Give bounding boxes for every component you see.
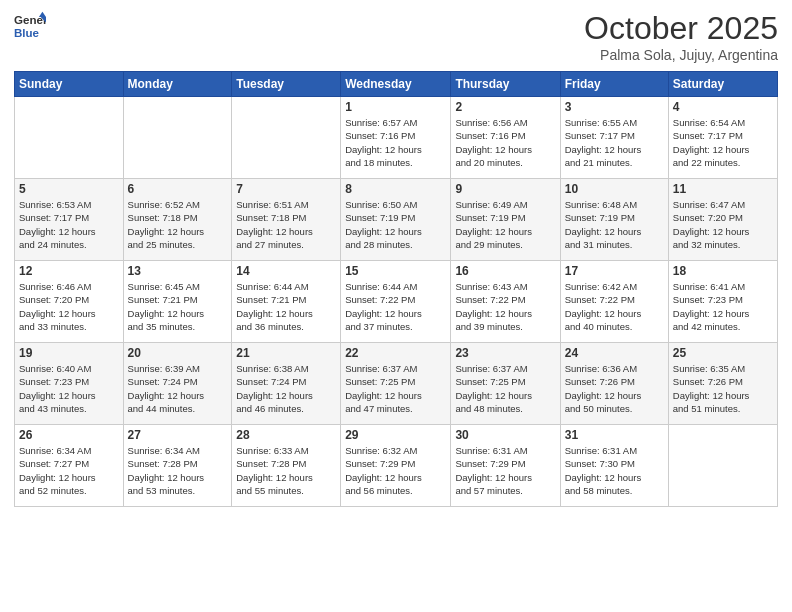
calendar-week-row: 19Sunrise: 6:40 AM Sunset: 7:23 PM Dayli… [15, 343, 778, 425]
day-info: Sunrise: 6:51 AM Sunset: 7:18 PM Dayligh… [236, 198, 336, 251]
day-number: 3 [565, 100, 664, 114]
header: General Blue October 2025 Palma Sola, Ju… [14, 10, 778, 63]
calendar-day-13: 13Sunrise: 6:45 AM Sunset: 7:21 PM Dayli… [123, 261, 232, 343]
day-number: 28 [236, 428, 336, 442]
calendar-week-row: 1Sunrise: 6:57 AM Sunset: 7:16 PM Daylig… [15, 97, 778, 179]
day-number: 20 [128, 346, 228, 360]
day-number: 21 [236, 346, 336, 360]
calendar-day-6: 6Sunrise: 6:52 AM Sunset: 7:18 PM Daylig… [123, 179, 232, 261]
day-info: Sunrise: 6:54 AM Sunset: 7:17 PM Dayligh… [673, 116, 773, 169]
calendar-day-2: 2Sunrise: 6:56 AM Sunset: 7:16 PM Daylig… [451, 97, 560, 179]
weekday-header-row: SundayMondayTuesdayWednesdayThursdayFrid… [15, 72, 778, 97]
calendar-day-29: 29Sunrise: 6:32 AM Sunset: 7:29 PM Dayli… [341, 425, 451, 507]
day-number: 29 [345, 428, 446, 442]
day-number: 11 [673, 182, 773, 196]
day-info: Sunrise: 6:37 AM Sunset: 7:25 PM Dayligh… [455, 362, 555, 415]
title-block: October 2025 Palma Sola, Jujuy, Argentin… [584, 10, 778, 63]
calendar-day-1: 1Sunrise: 6:57 AM Sunset: 7:16 PM Daylig… [341, 97, 451, 179]
calendar-day-14: 14Sunrise: 6:44 AM Sunset: 7:21 PM Dayli… [232, 261, 341, 343]
calendar-day-20: 20Sunrise: 6:39 AM Sunset: 7:24 PM Dayli… [123, 343, 232, 425]
day-number: 5 [19, 182, 119, 196]
calendar-table: SundayMondayTuesdayWednesdayThursdayFrid… [14, 71, 778, 507]
day-info: Sunrise: 6:31 AM Sunset: 7:30 PM Dayligh… [565, 444, 664, 497]
day-number: 19 [19, 346, 119, 360]
calendar-day-4: 4Sunrise: 6:54 AM Sunset: 7:17 PM Daylig… [668, 97, 777, 179]
day-info: Sunrise: 6:44 AM Sunset: 7:22 PM Dayligh… [345, 280, 446, 333]
weekday-header-monday: Monday [123, 72, 232, 97]
day-info: Sunrise: 6:46 AM Sunset: 7:20 PM Dayligh… [19, 280, 119, 333]
weekday-header-wednesday: Wednesday [341, 72, 451, 97]
calendar-day-5: 5Sunrise: 6:53 AM Sunset: 7:17 PM Daylig… [15, 179, 124, 261]
day-number: 22 [345, 346, 446, 360]
weekday-header-saturday: Saturday [668, 72, 777, 97]
day-number: 8 [345, 182, 446, 196]
day-number: 23 [455, 346, 555, 360]
weekday-header-thursday: Thursday [451, 72, 560, 97]
location-subtitle: Palma Sola, Jujuy, Argentina [584, 47, 778, 63]
calendar-day-23: 23Sunrise: 6:37 AM Sunset: 7:25 PM Dayli… [451, 343, 560, 425]
day-info: Sunrise: 6:32 AM Sunset: 7:29 PM Dayligh… [345, 444, 446, 497]
day-info: Sunrise: 6:50 AM Sunset: 7:19 PM Dayligh… [345, 198, 446, 251]
calendar-week-row: 26Sunrise: 6:34 AM Sunset: 7:27 PM Dayli… [15, 425, 778, 507]
calendar-empty-cell [232, 97, 341, 179]
calendar-day-16: 16Sunrise: 6:43 AM Sunset: 7:22 PM Dayli… [451, 261, 560, 343]
calendar-day-11: 11Sunrise: 6:47 AM Sunset: 7:20 PM Dayli… [668, 179, 777, 261]
calendar-day-17: 17Sunrise: 6:42 AM Sunset: 7:22 PM Dayli… [560, 261, 668, 343]
day-info: Sunrise: 6:36 AM Sunset: 7:26 PM Dayligh… [565, 362, 664, 415]
calendar-day-21: 21Sunrise: 6:38 AM Sunset: 7:24 PM Dayli… [232, 343, 341, 425]
day-number: 26 [19, 428, 119, 442]
day-number: 17 [565, 264, 664, 278]
day-number: 14 [236, 264, 336, 278]
day-number: 24 [565, 346, 664, 360]
day-number: 27 [128, 428, 228, 442]
calendar-day-12: 12Sunrise: 6:46 AM Sunset: 7:20 PM Dayli… [15, 261, 124, 343]
day-info: Sunrise: 6:35 AM Sunset: 7:26 PM Dayligh… [673, 362, 773, 415]
day-info: Sunrise: 6:38 AM Sunset: 7:24 PM Dayligh… [236, 362, 336, 415]
calendar-day-19: 19Sunrise: 6:40 AM Sunset: 7:23 PM Dayli… [15, 343, 124, 425]
calendar-day-27: 27Sunrise: 6:34 AM Sunset: 7:28 PM Dayli… [123, 425, 232, 507]
calendar-day-22: 22Sunrise: 6:37 AM Sunset: 7:25 PM Dayli… [341, 343, 451, 425]
day-info: Sunrise: 6:53 AM Sunset: 7:17 PM Dayligh… [19, 198, 119, 251]
day-number: 6 [128, 182, 228, 196]
svg-text:Blue: Blue [14, 27, 40, 39]
day-info: Sunrise: 6:39 AM Sunset: 7:24 PM Dayligh… [128, 362, 228, 415]
day-info: Sunrise: 6:31 AM Sunset: 7:29 PM Dayligh… [455, 444, 555, 497]
day-info: Sunrise: 6:43 AM Sunset: 7:22 PM Dayligh… [455, 280, 555, 333]
calendar-week-row: 5Sunrise: 6:53 AM Sunset: 7:17 PM Daylig… [15, 179, 778, 261]
month-title: October 2025 [584, 10, 778, 47]
calendar-day-7: 7Sunrise: 6:51 AM Sunset: 7:18 PM Daylig… [232, 179, 341, 261]
calendar-day-18: 18Sunrise: 6:41 AM Sunset: 7:23 PM Dayli… [668, 261, 777, 343]
calendar-empty-cell [123, 97, 232, 179]
day-number: 30 [455, 428, 555, 442]
calendar-day-31: 31Sunrise: 6:31 AM Sunset: 7:30 PM Dayli… [560, 425, 668, 507]
day-number: 10 [565, 182, 664, 196]
calendar-day-24: 24Sunrise: 6:36 AM Sunset: 7:26 PM Dayli… [560, 343, 668, 425]
day-number: 15 [345, 264, 446, 278]
day-info: Sunrise: 6:44 AM Sunset: 7:21 PM Dayligh… [236, 280, 336, 333]
day-info: Sunrise: 6:34 AM Sunset: 7:27 PM Dayligh… [19, 444, 119, 497]
day-info: Sunrise: 6:41 AM Sunset: 7:23 PM Dayligh… [673, 280, 773, 333]
day-info: Sunrise: 6:57 AM Sunset: 7:16 PM Dayligh… [345, 116, 446, 169]
calendar-day-26: 26Sunrise: 6:34 AM Sunset: 7:27 PM Dayli… [15, 425, 124, 507]
day-number: 4 [673, 100, 773, 114]
calendar-day-10: 10Sunrise: 6:48 AM Sunset: 7:19 PM Dayli… [560, 179, 668, 261]
day-number: 25 [673, 346, 773, 360]
day-info: Sunrise: 6:52 AM Sunset: 7:18 PM Dayligh… [128, 198, 228, 251]
day-number: 31 [565, 428, 664, 442]
calendar-day-25: 25Sunrise: 6:35 AM Sunset: 7:26 PM Dayli… [668, 343, 777, 425]
day-info: Sunrise: 6:40 AM Sunset: 7:23 PM Dayligh… [19, 362, 119, 415]
calendar-day-30: 30Sunrise: 6:31 AM Sunset: 7:29 PM Dayli… [451, 425, 560, 507]
calendar-day-15: 15Sunrise: 6:44 AM Sunset: 7:22 PM Dayli… [341, 261, 451, 343]
day-info: Sunrise: 6:45 AM Sunset: 7:21 PM Dayligh… [128, 280, 228, 333]
page: General Blue October 2025 Palma Sola, Ju… [0, 0, 792, 612]
day-info: Sunrise: 6:56 AM Sunset: 7:16 PM Dayligh… [455, 116, 555, 169]
day-info: Sunrise: 6:49 AM Sunset: 7:19 PM Dayligh… [455, 198, 555, 251]
day-number: 2 [455, 100, 555, 114]
calendar-week-row: 12Sunrise: 6:46 AM Sunset: 7:20 PM Dayli… [15, 261, 778, 343]
weekday-header-sunday: Sunday [15, 72, 124, 97]
logo: General Blue [14, 10, 46, 42]
weekday-header-friday: Friday [560, 72, 668, 97]
calendar-empty-cell [668, 425, 777, 507]
calendar-day-3: 3Sunrise: 6:55 AM Sunset: 7:17 PM Daylig… [560, 97, 668, 179]
weekday-header-tuesday: Tuesday [232, 72, 341, 97]
